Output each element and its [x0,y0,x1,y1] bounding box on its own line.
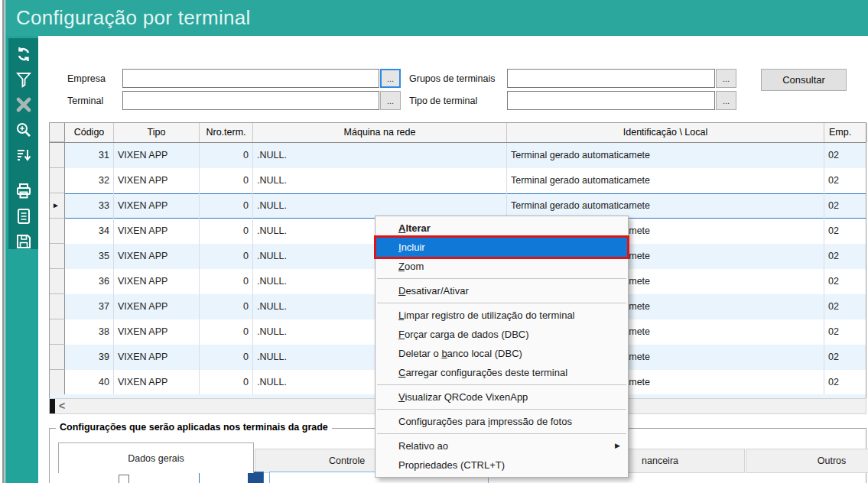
table-cell[interactable]: VIXEN APP [114,219,200,244]
row-selector[interactable] [50,269,65,294]
submenu-arrow-icon: ▶ [615,436,620,455]
menu-item-configura-es-para-impress-o-de-fotos[interactable]: Configurações para impressão de fotos [375,412,628,431]
row-selector[interactable] [50,168,65,193]
config-checkbox[interactable] [119,475,129,483]
refresh-icon[interactable] [15,45,33,63]
menu-item-alterar[interactable]: Alterar [375,219,628,238]
row-selector[interactable]: ► [50,193,65,219]
column-header[interactable]: Emp. [824,123,867,142]
table-cell[interactable]: 0 [200,319,253,345]
table-cell[interactable]: VIXEN APP [114,143,200,168]
grupos-input[interactable] [507,69,715,88]
table-cell[interactable]: 02 [824,319,867,345]
table-cell[interactable]: Terminal gerado automaticamete [507,168,824,193]
table-cell[interactable]: 02 [824,370,867,395]
row-selector[interactable] [50,319,65,345]
menu-item-for-ar-carga-de-dados-dbc[interactable]: Forçar carga de dados (DBC) [375,325,628,344]
table-cell[interactable]: 0 [200,168,253,193]
column-header[interactable]: Código [65,123,114,142]
table-cell[interactable]: 02 [824,294,867,319]
save-icon[interactable] [15,232,33,251]
table-cell[interactable]: VIXEN APP [114,319,200,345]
empresa-input[interactable] [122,69,379,88]
table-cell[interactable]: 32 [65,168,114,193]
table-cell[interactable]: 02 [824,143,867,168]
column-header[interactable]: Máquina na rede [253,123,507,142]
table-row[interactable]: 31VIXEN APP0.NULL.Terminal gerado automa… [50,143,866,168]
terminal-input[interactable] [122,91,379,110]
table-cell[interactable]: 38 [65,319,114,345]
table-cell[interactable]: 02 [824,244,867,269]
menu-item-relativo-ao[interactable]: Relativo ao▶ [375,436,628,455]
app-window: Configuração por terminal Empresa ... Te… [0,0,868,483]
table-cell[interactable]: 0 [200,244,253,269]
table-cell[interactable]: VIXEN APP [114,269,200,294]
grupos-browse-button[interactable]: ... [716,69,736,88]
table-cell[interactable]: .NULL. [253,168,507,193]
number-spinner[interactable] [199,472,264,483]
table-cell[interactable]: 0 [200,370,253,395]
table-cell[interactable]: VIXEN APP [114,370,200,395]
table-cell[interactable]: .NULL. [253,143,507,168]
table-cell[interactable]: 35 [65,244,114,269]
table-cell[interactable]: 36 [65,269,114,294]
scrollbar-thumb[interactable] [50,399,55,413]
table-cell[interactable]: 0 [200,269,253,294]
sort-icon[interactable] [15,146,33,164]
menu-item-zoom[interactable]: Zoom [375,257,628,276]
table-cell[interactable]: 0 [200,294,253,319]
spinner-buttons[interactable] [248,472,263,483]
row-selector[interactable] [50,219,65,244]
row-selector[interactable] [50,370,65,395]
scroll-left-icon[interactable]: < [59,399,65,413]
tab-outros[interactable]: Outros [746,449,868,473]
column-header[interactable]: Tipo [114,123,200,142]
menu-item-deletar-o-banco-local-dbc[interactable]: Deletar o banco local (DBC) [375,344,628,363]
menu-item-carregar-configura-es-deste-terminal[interactable]: Carregar configurações deste terminal [375,363,628,382]
table-cell[interactable]: 33 [65,193,114,219]
column-header[interactable]: Identificação \ Local [507,123,824,142]
menu-item-incluir[interactable]: Incluir [375,238,628,257]
table-cell[interactable]: VIXEN APP [114,193,200,219]
row-selector[interactable] [50,345,65,370]
table-cell[interactable]: VIXEN APP [114,294,200,319]
tipo-browse-button[interactable]: ... [716,91,736,110]
table-cell[interactable]: 37 [65,294,114,319]
zoom-icon[interactable] [15,121,33,139]
table-cell[interactable]: 02 [824,168,867,193]
row-selector[interactable] [50,244,65,269]
table-cell[interactable]: 02 [824,269,867,294]
report-icon[interactable] [15,207,33,225]
row-selector[interactable] [50,143,65,168]
table-cell[interactable]: 39 [65,345,114,370]
clear-filter-icon[interactable] [15,96,33,114]
table-cell[interactable]: 02 [824,345,867,370]
tipo-terminal-input[interactable] [507,91,715,110]
table-row[interactable]: 32VIXEN APP0.NULL.Terminal gerado automa… [50,168,866,193]
empresa-browse-button[interactable]: ... [380,69,401,88]
consultar-button[interactable]: Consultar [761,69,847,91]
print-icon[interactable] [15,182,33,200]
table-cell[interactable]: Terminal gerado automaticamete [507,143,824,168]
table-cell[interactable]: 40 [65,370,114,395]
menu-item-limpar-registro-de-utiliza-o-do-terminal[interactable]: Limpar registro de utilização do termina… [375,306,628,325]
table-cell[interactable]: 34 [65,219,114,244]
table-cell[interactable]: 0 [200,143,253,168]
table-cell[interactable]: 02 [824,219,867,244]
table-cell[interactable]: 0 [200,345,253,370]
row-selector[interactable] [50,294,65,319]
table-cell[interactable]: VIXEN APP [114,345,200,370]
table-cell[interactable]: 02 [824,193,867,219]
tab-dados-gerais[interactable]: Dados gerais [58,442,254,473]
column-header[interactable]: Nro.term. [200,123,253,142]
table-cell[interactable]: 31 [65,143,114,168]
table-cell[interactable]: 0 [200,193,253,219]
terminal-browse-button[interactable]: ... [380,91,401,110]
menu-item-visualizar-qrcode-vixenapp[interactable]: Visualizar QRCode VixenApp [375,387,628,407]
menu-item-desativar-ativar[interactable]: Desativar/Ativar [375,281,628,300]
filter-icon[interactable] [15,70,33,89]
table-cell[interactable]: 0 [200,219,253,244]
table-cell[interactable]: VIXEN APP [114,168,200,193]
menu-item-propriedades-ctrl-t[interactable]: Propriedades (CTRL+T) [375,455,628,475]
table-cell[interactable]: VIXEN APP [114,244,200,269]
